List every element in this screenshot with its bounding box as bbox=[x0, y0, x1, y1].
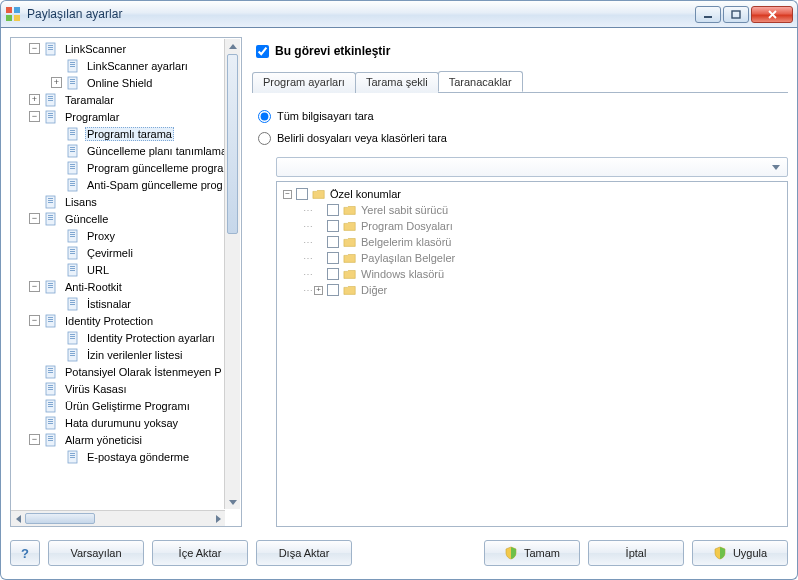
tree-item[interactable]: +Online Shield bbox=[11, 74, 241, 91]
tree-item[interactable]: Anti-Spam güncelleme prog bbox=[11, 176, 241, 193]
cancel-label: İptal bbox=[626, 547, 647, 559]
collapse-icon[interactable]: − bbox=[29, 213, 40, 224]
apply-button[interactable]: Uygula bbox=[692, 540, 788, 566]
tree-item[interactable]: İstisnalar bbox=[11, 295, 241, 312]
location-checkbox[interactable] bbox=[327, 204, 339, 216]
tree-spacer bbox=[51, 332, 62, 343]
tab-0[interactable]: Program ayarları bbox=[252, 72, 356, 93]
scroll-up-icon[interactable] bbox=[225, 39, 240, 53]
collapse-icon[interactable]: − bbox=[29, 111, 40, 122]
location-checkbox[interactable] bbox=[296, 188, 308, 200]
scroll-thumb-horizontal[interactable] bbox=[25, 513, 95, 524]
location-checkbox[interactable] bbox=[327, 236, 339, 248]
expand-icon[interactable]: + bbox=[314, 286, 323, 295]
tree-item[interactable]: Güncelleme planı tanımlamal bbox=[11, 142, 241, 159]
collapse-icon[interactable]: − bbox=[29, 281, 40, 292]
tree-item[interactable]: LinkScanner ayarları bbox=[11, 57, 241, 74]
tab-2[interactable]: Taranacaklar bbox=[438, 71, 523, 92]
page-icon bbox=[43, 92, 59, 108]
export-button[interactable]: Dışa Aktar bbox=[256, 540, 352, 566]
collapse-icon[interactable]: − bbox=[29, 43, 40, 54]
location-item[interactable]: ⋯Belgelerim klasörü bbox=[283, 234, 781, 250]
tree-item[interactable]: Program güncelleme progra bbox=[11, 159, 241, 176]
collapse-icon[interactable]: − bbox=[29, 434, 40, 445]
location-item[interactable]: ⋯Program Dosyaları bbox=[283, 218, 781, 234]
location-item[interactable]: ⋯Windows klasörü bbox=[283, 266, 781, 282]
expand-icon[interactable]: + bbox=[29, 94, 40, 105]
radio-scan-selected[interactable] bbox=[258, 132, 271, 145]
page-icon bbox=[65, 126, 81, 142]
collapse-icon[interactable]: − bbox=[29, 315, 40, 326]
maximize-button[interactable] bbox=[723, 6, 749, 23]
tree-line: ⋯ bbox=[303, 285, 312, 296]
minimize-button[interactable] bbox=[695, 6, 721, 23]
tree-spacer bbox=[51, 349, 62, 360]
location-label: Yerel sabit sürücü bbox=[361, 204, 448, 216]
location-checkbox[interactable] bbox=[327, 252, 339, 264]
apply-label: Uygula bbox=[733, 547, 767, 559]
app-icon bbox=[5, 6, 21, 22]
ok-button[interactable]: Tamam bbox=[484, 540, 580, 566]
location-item[interactable]: ⋯Yerel sabit sürücü bbox=[283, 202, 781, 218]
tree-item[interactable]: Ürün Geliştirme Programı bbox=[11, 397, 241, 414]
tree-item[interactable]: URL bbox=[11, 261, 241, 278]
tree-item[interactable]: İzin verilenler listesi bbox=[11, 346, 241, 363]
tab-1[interactable]: Tarama şekli bbox=[355, 72, 439, 93]
tree-item[interactable]: Programlı tarama bbox=[11, 125, 241, 142]
tree-item-label: Güncelleme planı tanımlamal bbox=[85, 144, 231, 158]
import-button[interactable]: İçe Aktar bbox=[152, 540, 248, 566]
tree-item[interactable]: Potansiyel Olarak İstenmeyen P bbox=[11, 363, 241, 380]
tree-item[interactable]: Hata durumunu yoksay bbox=[11, 414, 241, 431]
tree-item[interactable]: −LinkScanner bbox=[11, 40, 241, 57]
scroll-thumb-vertical[interactable] bbox=[227, 54, 238, 234]
tree-item[interactable]: Çevirmeli bbox=[11, 244, 241, 261]
detail-panel: Bu görevi etkinleştir Program ayarlarıTa… bbox=[252, 37, 788, 527]
radio-scan-selected-label[interactable]: Belirli dosyaları veya klasörleri tara bbox=[277, 132, 447, 144]
location-checkbox[interactable] bbox=[327, 284, 339, 296]
expand-icon[interactable]: + bbox=[51, 77, 62, 88]
tree-item[interactable]: Identity Protection ayarları bbox=[11, 329, 241, 346]
location-checkbox[interactable] bbox=[327, 268, 339, 280]
tree-scrollbar-vertical[interactable] bbox=[224, 39, 240, 509]
scroll-right-icon[interactable] bbox=[211, 511, 225, 526]
tree-spacer bbox=[29, 417, 40, 428]
tree-item[interactable]: E-postaya gönderme bbox=[11, 448, 241, 465]
cancel-button[interactable]: İptal bbox=[588, 540, 684, 566]
page-icon bbox=[65, 58, 81, 74]
close-button[interactable] bbox=[751, 6, 793, 23]
page-icon bbox=[65, 262, 81, 278]
path-combo[interactable] bbox=[276, 157, 788, 177]
tree-spacer bbox=[51, 247, 62, 258]
tree-item[interactable]: Virüs Kasası bbox=[11, 380, 241, 397]
collapse-icon[interactable]: − bbox=[283, 190, 292, 199]
settings-tree[interactable]: −LinkScannerLinkScanner ayarları+Online … bbox=[11, 38, 241, 510]
tree-item[interactable]: −Identity Protection bbox=[11, 312, 241, 329]
scroll-left-icon[interactable] bbox=[11, 511, 25, 526]
help-button[interactable]: ? bbox=[10, 540, 40, 566]
scroll-down-icon[interactable] bbox=[225, 495, 240, 509]
locations-tree[interactable]: −Özel konumlar⋯Yerel sabit sürücü⋯Progra… bbox=[276, 181, 788, 527]
tree-item[interactable]: −Anti-Rootkit bbox=[11, 278, 241, 295]
location-item[interactable]: ⋯+Diğer bbox=[283, 282, 781, 298]
location-item[interactable]: ⋯Paylaşılan Belgeler bbox=[283, 250, 781, 266]
tree-scrollbar-horizontal[interactable] bbox=[11, 510, 225, 526]
enable-task-checkbox[interactable] bbox=[256, 45, 269, 58]
tree-item-label: Lisans bbox=[63, 195, 99, 209]
location-checkbox[interactable] bbox=[327, 220, 339, 232]
defaults-button[interactable]: Varsayılan bbox=[48, 540, 144, 566]
enable-task-row: Bu görevi etkinleştir bbox=[256, 41, 788, 61]
tree-item[interactable]: −Alarm yöneticisi bbox=[11, 431, 241, 448]
tree-item-label: İzin verilenler listesi bbox=[85, 348, 184, 362]
tree-item[interactable]: −Programlar bbox=[11, 108, 241, 125]
tree-item[interactable]: Lisans bbox=[11, 193, 241, 210]
radio-scan-all-label[interactable]: Tüm bilgisayarı tara bbox=[277, 110, 374, 122]
window-frame: −LinkScannerLinkScanner ayarları+Online … bbox=[0, 28, 798, 580]
tree-item[interactable]: +Taramalar bbox=[11, 91, 241, 108]
enable-task-label[interactable]: Bu görevi etkinleştir bbox=[275, 44, 390, 58]
tree-item[interactable]: Proxy bbox=[11, 227, 241, 244]
radio-scan-all[interactable] bbox=[258, 110, 271, 123]
folder-icon bbox=[343, 204, 357, 216]
location-item[interactable]: −Özel konumlar bbox=[283, 186, 781, 202]
defaults-label: Varsayılan bbox=[70, 547, 121, 559]
tree-item[interactable]: −Güncelle bbox=[11, 210, 241, 227]
